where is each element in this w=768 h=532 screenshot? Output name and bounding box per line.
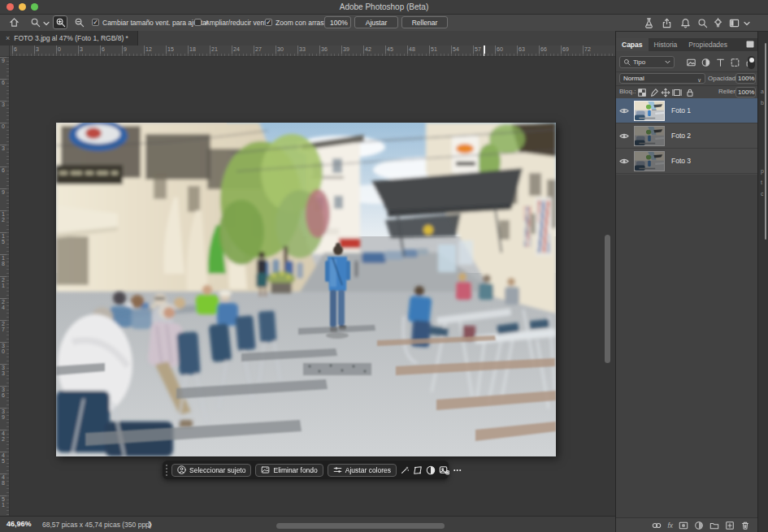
adjust-colors-button[interactable]: Ajustar colores — [328, 464, 397, 477]
home-button[interactable] — [7, 15, 21, 29]
zoom-all-windows-checkbox[interactable] — [194, 19, 202, 26]
layer-thumbnail[interactable] — [634, 101, 665, 121]
opacity-select[interactable]: 100% — [735, 73, 756, 84]
layer-name[interactable]: Foto 2 — [671, 132, 691, 140]
blend-mode-row: Normal ∨ Opacidad: 100% — [616, 71, 757, 86]
add-mask-icon[interactable] — [679, 521, 688, 530]
lock-artboard-icon[interactable] — [672, 88, 682, 97]
layers-panel-empty-area — [616, 175, 757, 518]
lightbulb-icon — [713, 18, 723, 28]
transform-button[interactable] — [413, 464, 423, 477]
workspace-chevron-icon[interactable] — [744, 21, 750, 26]
layer-name[interactable]: Foto 3 — [671, 157, 691, 165]
magic-wand-button[interactable] — [400, 464, 410, 477]
document-tab[interactable]: × FOTO 3.jpg al 47% (Foto 1, RGB/8) * — [0, 31, 138, 45]
zoom-out-button[interactable] — [72, 15, 86, 29]
eye-icon — [619, 107, 629, 115]
filter-toggle[interactable] — [748, 56, 755, 69]
tool-options-bar: Cambiar tamaño vent. para ajustar Amplia… — [0, 15, 768, 32]
layer-row-foto2[interactable]: Foto 2 — [616, 123, 757, 149]
layer-row-foto3[interactable]: Foto 3 — [616, 149, 757, 174]
vertical-scrollbar[interactable] — [605, 235, 610, 363]
remove-background-button[interactable]: Eliminar fondo — [255, 464, 323, 477]
layer-filter-type[interactable]: Tipo — [619, 56, 675, 68]
select-subject-label: Seleccionar sujeto — [189, 466, 245, 474]
window-title: Adobe Photoshop (Beta) — [0, 2, 768, 11]
fill-value: 100% — [738, 89, 754, 96]
layer-thumbnail[interactable] — [634, 126, 665, 146]
beta-feedback-button[interactable] — [644, 17, 655, 28]
bell-icon — [680, 18, 691, 28]
lock-label: Bloq.: — [619, 88, 636, 95]
filter-adjustment-layers-icon[interactable] — [701, 58, 711, 67]
status-zoom-level[interactable]: 46,96% — [7, 520, 32, 528]
status-document-size: 68,57 picas x 45,74 picas (350 ppp) — [42, 521, 152, 529]
taskbar-drag-handle[interactable] — [166, 465, 167, 476]
document-canvas[interactable] — [56, 123, 556, 456]
layer-filter-row: Tipo — [616, 54, 757, 72]
close-tab-icon[interactable]: × — [6, 34, 10, 42]
fill-select[interactable]: 100% — [735, 87, 756, 97]
dock-scrollbar[interactable] — [765, 43, 766, 240]
lock-all-icon[interactable] — [685, 88, 695, 97]
canvas-pasteboard[interactable]: Seleccionar sujeto Eliminar fondo Ajusta… — [10, 57, 615, 516]
fill-screen-button[interactable]: Rellenar pant. — [401, 16, 448, 28]
resize-window-checkbox[interactable] — [92, 19, 99, 26]
filter-type-label: Tipo — [633, 58, 645, 66]
zoom-100-button[interactable]: 100% — [324, 16, 351, 28]
person-icon — [177, 465, 186, 474]
panel-menu-icon[interactable] — [746, 41, 754, 48]
link-layers-icon[interactable] — [652, 521, 662, 530]
lock-pixels-icon[interactable] — [649, 88, 659, 97]
horizontal-ruler[interactable]: 6303691215182124273033363942454851545760… — [10, 45, 615, 57]
layer-visibility-toggle[interactable] — [616, 107, 632, 115]
filter-type-layers-icon[interactable] — [715, 58, 726, 67]
vertical-ruler[interactable]: 96303691 21 51 82 12 42 73 03 33 63 94 2… — [0, 57, 10, 516]
tab-historia[interactable]: Historia — [649, 38, 683, 51]
magnifier-icon — [30, 17, 41, 28]
new-layer-icon[interactable] — [725, 521, 735, 530]
new-group-icon[interactable] — [709, 521, 719, 530]
layer-visibility-toggle[interactable] — [616, 158, 632, 165]
magic-wand-icon — [400, 465, 410, 475]
notifications-button[interactable] — [680, 17, 692, 28]
layer-name[interactable]: Foto 1 — [671, 106, 691, 115]
discover-button[interactable] — [713, 17, 724, 28]
adjustment-layer-icon[interactable] — [694, 521, 704, 530]
scrubby-zoom-checkbox[interactable] — [265, 19, 272, 26]
fit-screen-button[interactable]: Ajustar pant. — [354, 16, 398, 28]
taskbar-more-button[interactable]: ••• — [453, 467, 462, 473]
adjustment-button[interactable] — [426, 464, 436, 477]
lock-position-icon[interactable] — [661, 88, 670, 97]
tab-propiedades[interactable]: Propiedades — [683, 38, 733, 51]
blend-mode-select[interactable]: Normal ∨ — [619, 73, 705, 84]
search-button[interactable] — [697, 17, 709, 28]
layer-thumbnail[interactable] — [634, 151, 665, 171]
tab-capas[interactable]: Capas — [616, 38, 649, 51]
share-button[interactable] — [662, 17, 673, 28]
collapsed-dock-strip: a b p t c — [757, 32, 768, 532]
status-options-chevron[interactable]: ❯ — [147, 521, 153, 528]
remove-background-label: Eliminar fondo — [273, 466, 317, 474]
zoom-in-button[interactable] — [53, 15, 67, 29]
layer-effects-icon[interactable]: fx — [667, 521, 673, 530]
layer-row-foto1[interactable]: Foto 1 — [616, 98, 757, 123]
ruler-corner — [0, 45, 10, 57]
workspace-selector[interactable] — [729, 17, 745, 28]
document-tab-title: FOTO 3.jpg al 47% (Foto 1, RGB/8) * — [14, 34, 128, 42]
title-bar: Adobe Photoshop (Beta) — [0, 0, 768, 15]
horizontal-scrollbar[interactable] — [276, 523, 445, 529]
transform-icon — [413, 465, 423, 475]
lock-transparency-icon[interactable] — [637, 88, 647, 97]
zoom-tool-button[interactable] — [28, 15, 42, 29]
workspace-icon — [729, 18, 740, 28]
resize-window-label: Cambiar tamaño vent. para ajustar — [102, 19, 209, 27]
select-subject-button[interactable]: Seleccionar sujeto — [171, 464, 251, 477]
tool-chevron-icon[interactable] — [43, 21, 50, 26]
filter-shape-layers-icon[interactable] — [730, 58, 740, 67]
zoom-in-icon — [55, 17, 66, 28]
generative-image-button[interactable] — [439, 464, 449, 477]
layer-visibility-toggle[interactable] — [616, 132, 632, 140]
filter-pixel-layers-icon[interactable] — [686, 58, 696, 67]
delete-layer-icon[interactable] — [740, 521, 750, 530]
